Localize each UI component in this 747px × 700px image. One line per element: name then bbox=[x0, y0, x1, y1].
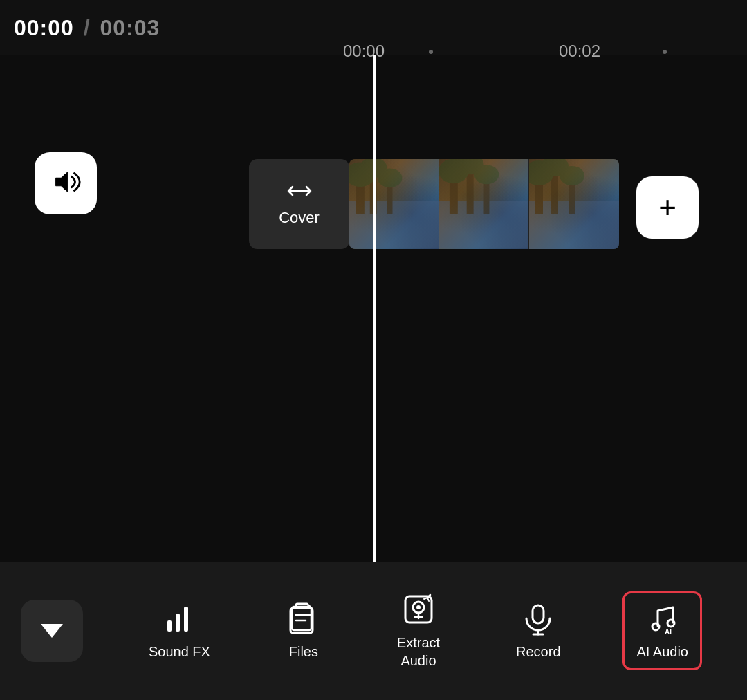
svg-point-35 bbox=[667, 620, 674, 627]
svg-rect-22 bbox=[176, 614, 180, 632]
sound-fx-icon bbox=[162, 601, 196, 636]
timeline-ruler: 00:00 00:02 bbox=[0, 21, 747, 55]
cover-label: Cover bbox=[279, 209, 320, 227]
volume-button[interactable] bbox=[35, 152, 97, 214]
extract-audio-label: ExtractAudio bbox=[397, 634, 440, 670]
svg-point-20 bbox=[560, 166, 584, 185]
collapse-button[interactable] bbox=[21, 600, 83, 662]
files-icon bbox=[286, 601, 321, 636]
timeline-area: Cover bbox=[0, 55, 747, 562]
svg-point-30 bbox=[416, 605, 421, 609]
svg-point-13 bbox=[474, 165, 499, 184]
ruler-time-0: 00:00 bbox=[343, 42, 385, 61]
svg-rect-31 bbox=[533, 605, 544, 623]
ai-audio-label: AI Audio bbox=[636, 643, 688, 661]
sound-fx-label: Sound FX bbox=[149, 643, 210, 661]
svg-point-34 bbox=[652, 623, 659, 630]
cover-clip[interactable]: Cover bbox=[249, 159, 349, 249]
add-clip-button[interactable]: + bbox=[636, 176, 699, 239]
chevron-down-icon bbox=[41, 624, 63, 638]
svg-rect-23 bbox=[184, 607, 188, 632]
plus-icon: + bbox=[658, 192, 676, 223]
files-label: Files bbox=[289, 643, 318, 661]
video-frame-1 bbox=[349, 159, 439, 249]
ai-audio-icon: AI bbox=[645, 601, 680, 636]
record-label: Record bbox=[516, 643, 560, 661]
video-frame-3 bbox=[529, 159, 619, 249]
cover-arrows-icon bbox=[286, 181, 313, 203]
svg-point-6 bbox=[378, 168, 403, 187]
video-frame-2 bbox=[439, 159, 529, 249]
toolbar-item-record[interactable]: Record bbox=[502, 591, 574, 670]
svg-rect-21 bbox=[167, 620, 172, 632]
record-icon bbox=[521, 601, 555, 636]
ruler-dot-2 bbox=[663, 50, 667, 54]
ruler-time-2: 00:02 bbox=[559, 42, 600, 61]
toolbar-items: Sound FX Files Extra bbox=[111, 582, 726, 679]
extract-audio-icon bbox=[401, 592, 436, 627]
toolbar-item-sound-fx[interactable]: Sound FX bbox=[135, 591, 224, 670]
video-strip bbox=[349, 159, 619, 249]
playhead bbox=[374, 55, 376, 562]
volume-icon bbox=[49, 165, 82, 201]
ruler-dot-1 bbox=[429, 50, 433, 54]
svg-text:AI: AI bbox=[665, 628, 672, 636]
toolbar-item-files[interactable]: Files bbox=[273, 591, 335, 670]
toolbar-item-extract-audio[interactable]: ExtractAudio bbox=[383, 582, 454, 679]
toolbar-item-ai-audio[interactable]: AI AI Audio bbox=[622, 591, 702, 670]
svg-rect-25 bbox=[292, 607, 311, 630]
bottom-toolbar: Sound FX Files Extra bbox=[0, 562, 747, 700]
